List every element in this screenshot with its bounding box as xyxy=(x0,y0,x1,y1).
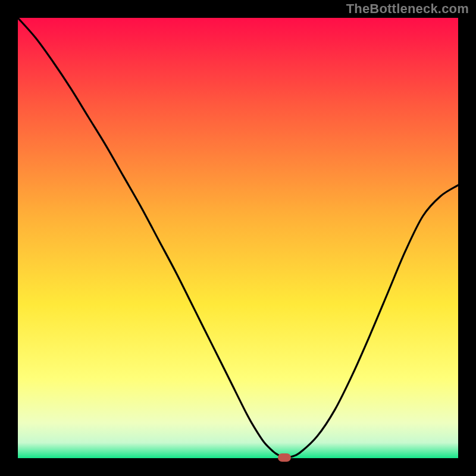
plot-area xyxy=(18,18,458,458)
chart-frame: TheBottleneck.com xyxy=(0,0,476,476)
gradient-background xyxy=(18,18,458,458)
watermark-text: TheBottleneck.com xyxy=(346,1,469,17)
plot-svg xyxy=(18,18,458,458)
optimum-marker xyxy=(278,453,291,462)
